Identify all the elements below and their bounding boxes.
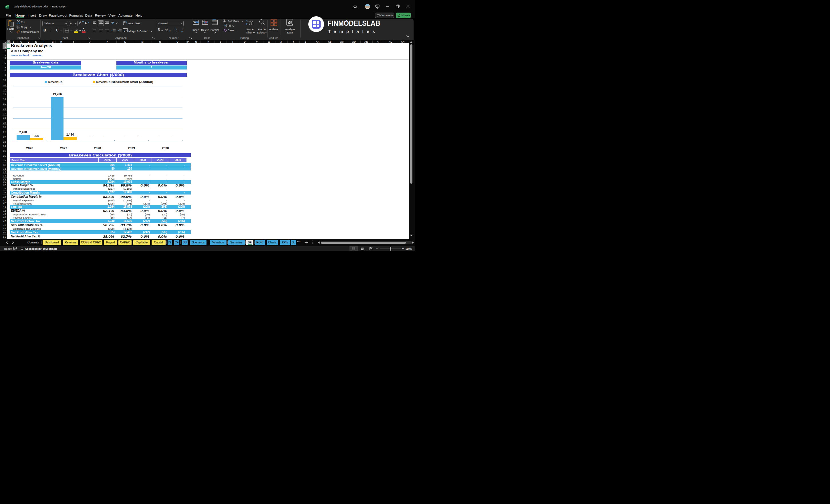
- svg-text:0: 0: [182, 31, 183, 33]
- svg-text:x: x: [6, 6, 7, 8]
- svg-text:0: 0: [176, 28, 177, 30]
- svg-text:.00: .00: [181, 28, 184, 30]
- svg-text:.00: .00: [175, 31, 178, 33]
- svg-text:c: c: [123, 23, 124, 25]
- svg-text:ab: ab: [111, 21, 114, 24]
- svg-text:Z: Z: [246, 23, 248, 26]
- svg-text:A: A: [246, 19, 248, 22]
